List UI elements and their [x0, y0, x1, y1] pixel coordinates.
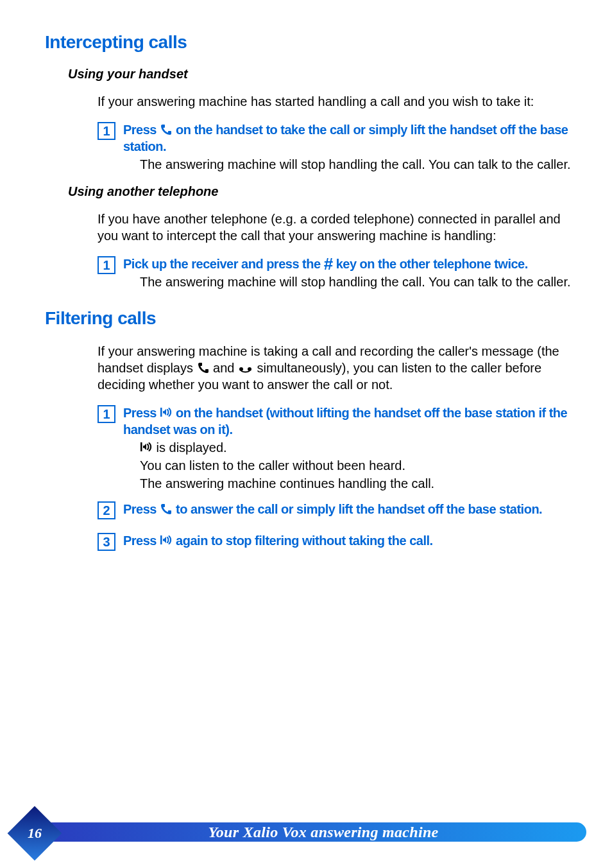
step-result: The answering machine will stop handling…	[140, 273, 574, 290]
step-filter-1: 1 Press on the handset (without lifting …	[98, 404, 574, 492]
step-filter-3: 3 Press again to stop filtering without …	[98, 532, 574, 551]
tape-icon	[238, 365, 253, 374]
step-text: Pick up the receiver and press the	[123, 257, 324, 271]
intro-text-filtering: If your answering machine is taking a ca…	[98, 343, 574, 393]
step-instruction: Press to answer the call or simply lift …	[123, 501, 574, 517]
step-number-box: 1	[98, 256, 115, 274]
intro-text-another-phone: If you have another telephone (e.g. a co…	[98, 211, 574, 244]
step-instruction: Pick up the receiver and press the # key…	[123, 256, 574, 272]
text: is displayed.	[153, 440, 227, 455]
step-result: The answering machine will stop handling…	[140, 156, 574, 173]
step-text: Press	[123, 534, 160, 548]
step-result: You can listen to the caller without bee…	[140, 457, 574, 474]
step-text: key on the other telephone twice.	[333, 257, 528, 271]
step-result: is displayed.	[140, 439, 574, 456]
text: and	[210, 361, 238, 375]
subheading-handset: Using your handset	[68, 67, 574, 82]
speaker-icon	[160, 405, 173, 419]
phone-icon	[197, 361, 210, 374]
step-text: Press	[123, 406, 160, 420]
step-instruction: Press on the handset to take the call or…	[123, 121, 574, 155]
step-intercept-handset: 1 Press on the handset to take the call …	[98, 121, 574, 173]
step-number-box: 2	[98, 501, 115, 519]
footer-title: Your Xalio Vox answering machine	[208, 824, 438, 841]
step-text: again to stop filtering without taking t…	[173, 534, 433, 548]
footer-bar: Your Xalio Vox answering machine	[35, 822, 586, 842]
step-result: The answering machine continues handling…	[140, 475, 574, 492]
step-text: Press	[123, 123, 160, 137]
page-footer: Your Xalio Vox answering machine 16	[0, 822, 612, 849]
step-instruction: Press again to stop filtering without ta…	[123, 532, 574, 549]
step-text: on the handset to take the call or simpl…	[123, 123, 568, 153]
step-text: to answer the call or simply lift the ha…	[173, 502, 542, 516]
step-text: on the handset (without lifting the hand…	[123, 406, 567, 437]
step-filter-2: 2 Press to answer the call or simply lif…	[98, 501, 574, 519]
page-number-diamond: 16	[8, 806, 62, 861]
step-intercept-other: 1 Pick up the receiver and press the # k…	[98, 256, 574, 290]
page-number: 16	[28, 825, 42, 842]
section-heading-filtering: Filtering calls	[45, 308, 574, 329]
phone-icon	[160, 503, 173, 516]
speaker-icon	[160, 533, 173, 547]
intro-text-handset: If your answering machine has started ha…	[98, 93, 574, 110]
subheading-another-phone: Using another telephone	[68, 184, 574, 199]
step-number-box: 1	[98, 405, 115, 423]
step-number-box: 3	[98, 533, 115, 551]
speaker-icon	[140, 440, 153, 454]
section-heading-intercepting: Intercepting calls	[45, 32, 574, 53]
step-text: Press	[123, 502, 160, 516]
phone-icon	[160, 123, 173, 136]
step-instruction: Press on the handset (without lifting th…	[123, 404, 574, 438]
step-number-box: 1	[98, 122, 115, 140]
hash-key-icon: #	[324, 257, 333, 271]
